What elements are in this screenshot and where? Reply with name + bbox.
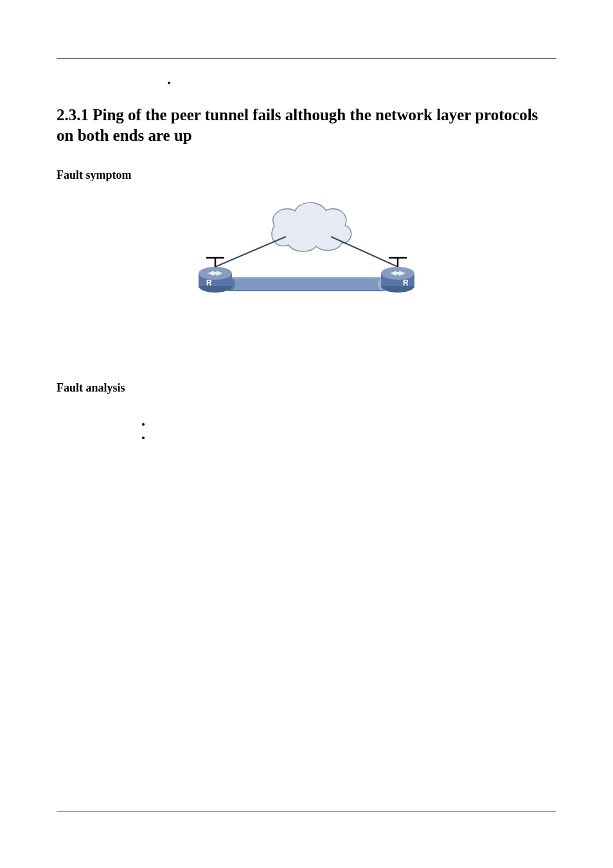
connector-right	[389, 258, 407, 268]
link-right	[331, 237, 398, 267]
list-item	[152, 431, 556, 444]
network-diagram: R R	[57, 201, 556, 311]
top-rule	[57, 58, 556, 59]
analysis-bullet-list	[152, 417, 556, 444]
link-left	[215, 237, 286, 267]
svg-rect-4	[229, 277, 384, 291]
router-label: R	[206, 278, 212, 287]
svg-rect-7	[229, 277, 384, 278]
router-right-icon: R	[381, 267, 414, 293]
tunnel-icon	[224, 277, 389, 291]
router-left-icon: R	[199, 267, 232, 293]
list-item	[177, 78, 556, 89]
section-title: 2.3.1 Ping of the peer tunnel fails alth…	[57, 105, 556, 146]
top-bullet-list	[152, 78, 556, 89]
fault-symptom-heading: Fault symptom	[57, 168, 556, 182]
fault-analysis-heading: Fault analysis	[57, 381, 556, 395]
diagram-svg: R R	[178, 201, 435, 311]
list-item	[152, 417, 556, 431]
connector-left	[206, 258, 224, 268]
router-label: R	[403, 278, 409, 287]
bottom-rule-wrap	[57, 811, 556, 811]
cloud-icon	[272, 203, 351, 251]
bottom-rule	[57, 811, 556, 811]
svg-rect-8	[229, 290, 384, 291]
